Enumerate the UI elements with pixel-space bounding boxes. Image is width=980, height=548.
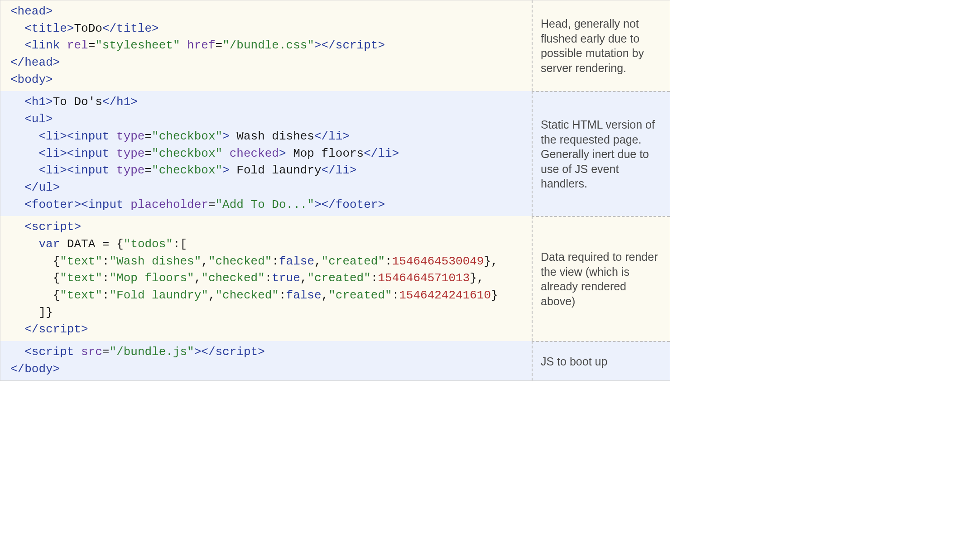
token-tag: <h1> <box>24 95 53 109</box>
token-txt: : <box>102 255 110 268</box>
token-str: "checked" <box>216 288 279 302</box>
code-block: <script> var DATA = {"todos":[ {"text":"… <box>0 216 532 341</box>
token-txt: To Do's <box>53 95 102 109</box>
code-line: <li><input type="checkbox"> Fold laundry… <box>10 162 528 179</box>
code-line: {"text":"Fold laundry","checked":false,"… <box>10 287 528 304</box>
code-line: </body> <box>10 361 528 378</box>
token-tag: ></script <box>194 345 258 359</box>
token-tag: </li> <box>364 147 399 160</box>
token-tag: </body> <box>10 362 60 376</box>
code-line: <footer><input placeholder="Add To Do...… <box>10 197 528 214</box>
token-punct: = <box>216 38 223 52</box>
token-txt: : <box>265 271 272 285</box>
token-punct: = <box>144 163 152 177</box>
token-str: "text" <box>60 288 102 302</box>
token-attr: type <box>116 147 144 160</box>
token-punct: = <box>88 38 96 52</box>
token-txt: }, <box>470 271 484 285</box>
annotation-row: <head> <title>ToDo</title> <link rel="st… <box>0 0 670 91</box>
token-tag: </title> <box>102 22 159 35</box>
token-tag: <li><input <box>38 147 116 160</box>
token-str: "checkbox" <box>152 163 222 177</box>
token-attr: checked <box>230 147 279 160</box>
token-txt: : <box>279 288 286 302</box>
token-attr: placeholder <box>130 198 208 212</box>
annotation-row: <script> var DATA = {"todos":[ {"text":"… <box>0 216 670 341</box>
token-txt: DATA = { <box>60 237 123 251</box>
code-line: ]} <box>10 304 528 322</box>
token-txt: ToDo <box>74 22 102 35</box>
token-tag: > <box>81 322 88 336</box>
token-txt: : <box>371 271 378 285</box>
annotation-note-text: Head, generally not flushed early due to… <box>541 16 662 75</box>
annotation-note-text: Data required to render the view (which … <box>541 250 662 308</box>
code-annotation-figure: <head> <title>ToDo</title> <link rel="st… <box>0 0 670 381</box>
token-tag: </li> <box>314 130 350 143</box>
token-str: "checked" <box>201 271 264 285</box>
code-line: <script> <box>10 219 528 236</box>
token-bool: false <box>279 255 314 268</box>
code-line: var DATA = {"todos":[ <box>10 236 528 253</box>
token-txt: , <box>194 271 202 285</box>
token-str: "Mop floors" <box>109 271 194 285</box>
code-line: <li><input type="checkbox" checked> Mop … <box>10 145 528 163</box>
annotation-note: JS to boot up <box>532 341 670 380</box>
token-txt: Mop floors <box>286 147 364 160</box>
token-bool: true <box>272 271 300 285</box>
token-tag: > <box>222 163 230 177</box>
token-txt: { <box>53 271 60 285</box>
token-str: "text" <box>60 255 102 268</box>
token-attr: type <box>116 130 144 143</box>
token-txt: , <box>208 288 216 302</box>
token-str: "created" <box>307 271 370 285</box>
token-txt: } <box>491 288 498 302</box>
token-txt: { <box>53 288 60 302</box>
token-txt: }, <box>484 255 498 268</box>
token-str: "created" <box>322 255 385 268</box>
token-tag: > <box>378 38 385 52</box>
code-line: <link rel="stylesheet" href="/bundle.css… <box>10 37 528 54</box>
token-str: "Fold laundry" <box>109 288 208 302</box>
token-bool: false <box>286 288 322 302</box>
token-tag: <body> <box>10 73 53 87</box>
token-tag: <li><input <box>38 163 116 177</box>
annotation-note: Static HTML version of the requested pag… <box>532 91 670 216</box>
token-tag: <link <box>24 38 67 52</box>
code-line: {"text":"Wash dishes","checked":false,"c… <box>10 253 528 270</box>
code-line: <ul> <box>10 111 528 128</box>
token-txt: :[ <box>173 237 187 251</box>
token-tag: > <box>258 345 265 359</box>
token-txt: : <box>385 255 392 268</box>
token-punct: = <box>208 198 216 212</box>
token-txt: , <box>201 255 208 268</box>
token-attr: src <box>81 345 102 359</box>
token-punct: = <box>102 345 110 359</box>
token-tag: </script <box>24 322 81 336</box>
code-block: <script src="/bundle.js"></script></body… <box>0 341 532 380</box>
code-block: <head> <title>ToDo</title> <link rel="st… <box>0 0 532 91</box>
token-num: 1546464571013 <box>378 271 470 285</box>
token-tag: </head> <box>10 56 60 69</box>
token-tag: > <box>222 130 230 143</box>
token-tag: </li> <box>322 163 357 177</box>
token-tag: ></script <box>314 38 378 52</box>
annotation-row: <h1>To Do's</h1> <ul> <li><input type="c… <box>0 91 670 216</box>
token-txt: ]} <box>38 306 53 319</box>
token-tag: </h1> <box>102 95 138 109</box>
token-txt <box>222 147 230 160</box>
token-txt <box>180 38 187 52</box>
token-tag: <head> <box>10 5 53 18</box>
annotation-row: <script src="/bundle.js"></script></body… <box>0 341 670 380</box>
code-line: <head> <box>10 3 528 20</box>
token-num: 1546464530049 <box>392 255 484 268</box>
token-txt: : <box>102 288 110 302</box>
token-tag: ></footer> <box>314 198 385 212</box>
token-attr: type <box>116 163 144 177</box>
token-str: "checkbox" <box>152 130 222 143</box>
code-line: <script src="/bundle.js"></script> <box>10 344 528 361</box>
token-txt: Wash dishes <box>230 130 314 143</box>
token-tag: > <box>74 220 81 234</box>
token-str: "Wash dishes" <box>109 255 201 268</box>
token-tag: > <box>279 147 286 160</box>
token-tag: <script <box>24 220 74 234</box>
